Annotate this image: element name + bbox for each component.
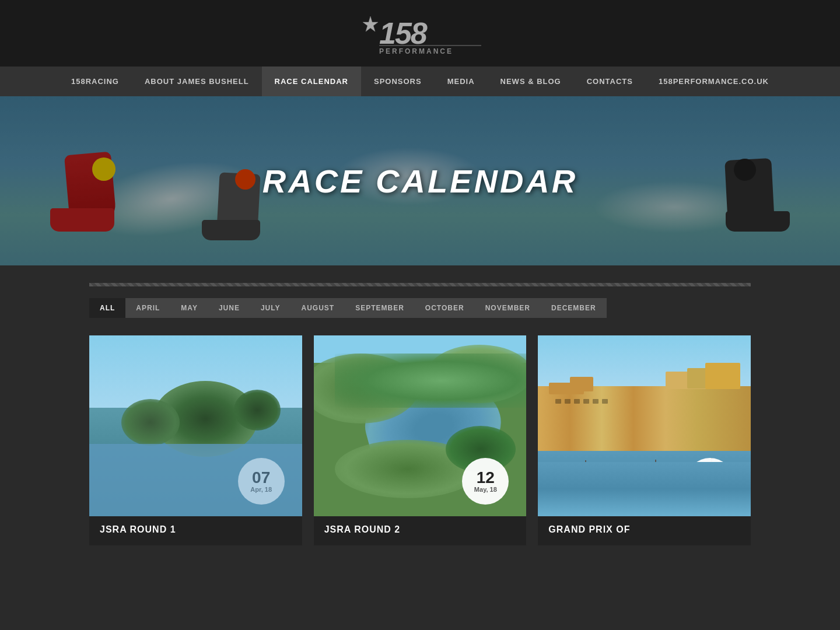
filter-section: ALL APRIL MAY JUNE JULY AUGUST SEPTEMBER… bbox=[0, 265, 840, 318]
svg-text:PERFORMANCE: PERFORMANCE bbox=[379, 47, 453, 55]
badge-day-1: 07 bbox=[252, 470, 270, 486]
cards-section: 07 Apr, 18 JSRA ROUND 1 12 May, 18 bbox=[0, 318, 840, 580]
filter-tab-october[interactable]: OCTOBER bbox=[415, 298, 475, 318]
filter-tab-all[interactable]: ALL bbox=[89, 298, 125, 318]
filter-tabs: ALL APRIL MAY JUNE JULY AUGUST SEPTEMBER… bbox=[89, 298, 751, 318]
filter-tab-november[interactable]: NOVEMBER bbox=[475, 298, 541, 318]
hero-title: RACE CALENDAR bbox=[262, 162, 578, 200]
nav-item-158racing[interactable]: 158RACING bbox=[58, 66, 132, 96]
nav-item-contacts[interactable]: CONTACTS bbox=[574, 66, 646, 96]
hero-section: RACE CALENDAR bbox=[0, 96, 840, 265]
logo[interactable]: 158 PERFORMANCE bbox=[356, 12, 484, 58]
filter-divider bbox=[89, 283, 751, 286]
badge-day-3: 25 bbox=[701, 470, 719, 486]
svg-marker-0 bbox=[363, 16, 378, 32]
badge-day-2: 12 bbox=[477, 470, 495, 486]
filter-tab-august[interactable]: AUGUST bbox=[291, 298, 345, 318]
nav-item-news-blog[interactable]: NEWS & BLOG bbox=[488, 66, 574, 96]
nav-item-media[interactable]: MEDIA bbox=[435, 66, 488, 96]
card-image-2: 12 May, 18 bbox=[314, 335, 527, 516]
site-header: 158 PERFORMANCE bbox=[0, 0, 840, 66]
filter-tab-june[interactable]: JUNE bbox=[208, 298, 250, 318]
filter-tab-may[interactable]: MAY bbox=[170, 298, 208, 318]
card-title-1: JSRA ROUND 1 bbox=[100, 524, 292, 535]
badge-month-2: May, 18 bbox=[474, 486, 497, 493]
filter-tab-september[interactable]: SEPTEMBER bbox=[345, 298, 415, 318]
main-nav: 158RACING ABOUT JAMES BUSHELL RACE CALEN… bbox=[0, 66, 840, 96]
event-card-3[interactable]: 25 May, 18 GRAND PRIX OF bbox=[538, 335, 751, 545]
event-card-1[interactable]: 07 Apr, 18 JSRA ROUND 1 bbox=[89, 335, 302, 545]
card-image-3: 25 May, 18 bbox=[538, 335, 751, 516]
svg-text:158: 158 bbox=[379, 16, 428, 50]
card-date-badge-2: 12 May, 18 bbox=[462, 458, 509, 505]
card-content-2: JSRA ROUND 2 bbox=[314, 516, 527, 545]
filter-tab-april[interactable]: APRIL bbox=[125, 298, 170, 318]
card-date-badge-3: 25 May, 18 bbox=[687, 458, 733, 505]
card-title-3: GRAND PRIX OF bbox=[548, 524, 740, 535]
card-content-1: JSRA ROUND 1 bbox=[89, 516, 302, 545]
card-content-3: GRAND PRIX OF bbox=[538, 516, 751, 545]
nav-item-about[interactable]: ABOUT JAMES BUSHELL bbox=[132, 66, 262, 96]
filter-tab-december[interactable]: DECEMBER bbox=[541, 298, 607, 318]
card-image-1: 07 Apr, 18 bbox=[89, 335, 302, 516]
event-card-2[interactable]: 12 May, 18 JSRA ROUND 2 bbox=[314, 335, 527, 545]
nav-item-race-calendar[interactable]: RACE CALENDAR bbox=[262, 66, 361, 96]
logo-svg: 158 PERFORMANCE bbox=[356, 12, 484, 55]
nav-item-sponsors[interactable]: SPONSORS bbox=[361, 66, 435, 96]
filter-tab-july[interactable]: JULY bbox=[250, 298, 291, 318]
card-date-badge-1: 07 Apr, 18 bbox=[238, 458, 285, 505]
badge-month-1: Apr, 18 bbox=[250, 486, 272, 493]
card-title-2: JSRA ROUND 2 bbox=[324, 524, 516, 535]
nav-item-158perf[interactable]: 158PERFORMANCE.CO.UK bbox=[646, 66, 782, 96]
badge-month-3: May, 18 bbox=[699, 486, 722, 493]
